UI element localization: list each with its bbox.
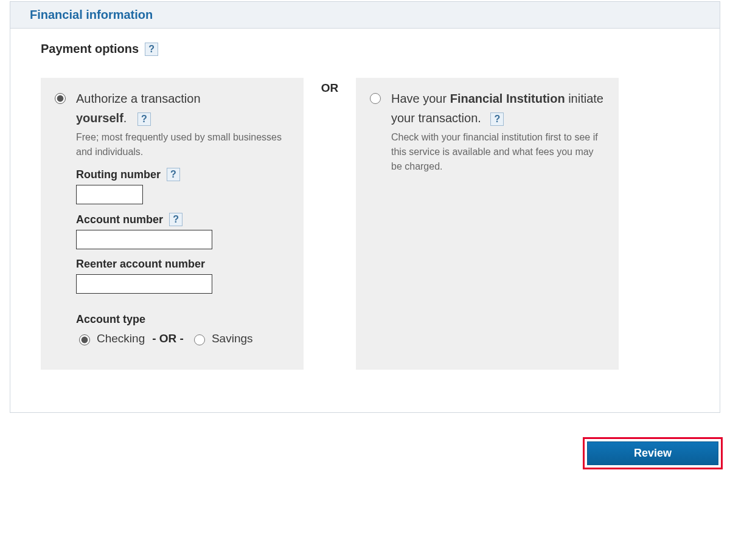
account-number-label: Account number ? bbox=[76, 213, 291, 226]
option-fi-title-bold: Financial Institution bbox=[450, 92, 565, 105]
account-type-label-text: Account type bbox=[76, 313, 145, 326]
account-number-label-text: Account number bbox=[76, 213, 163, 226]
option-authorize-yourself: Authorize a transaction yourself. ? Free… bbox=[41, 78, 304, 370]
option-authorize-title-bold: yourself bbox=[76, 111, 123, 125]
panel-title: Financial information bbox=[30, 8, 153, 21]
account-type-row: Checking - OR - Savings bbox=[76, 332, 291, 345]
option-authorize-title: Authorize a transaction yourself. ? bbox=[76, 89, 291, 128]
help-icon[interactable]: ? bbox=[167, 168, 180, 181]
radio-authorize-yourself[interactable] bbox=[55, 93, 66, 104]
option-fi-desc: Check with your financial institution fi… bbox=[391, 130, 607, 174]
panel-body: Payment options ? Authorize a transactio… bbox=[10, 29, 720, 412]
payment-options-label: Payment options bbox=[41, 42, 139, 56]
help-icon[interactable]: ? bbox=[137, 112, 151, 126]
or-inline: - OR - bbox=[152, 332, 184, 345]
footer-row: Review bbox=[0, 413, 730, 474]
routing-number-label: Routing number ? bbox=[76, 168, 291, 181]
option-fi-title: Have your Financial Institution initiate… bbox=[391, 89, 607, 128]
radio-savings[interactable] bbox=[194, 334, 205, 345]
help-icon[interactable]: ? bbox=[145, 43, 158, 56]
review-highlight: Review bbox=[583, 437, 723, 469]
radio-financial-institution[interactable] bbox=[370, 93, 381, 104]
payment-options-heading: Payment options ? bbox=[41, 42, 689, 56]
option-financial-institution: Have your Financial Institution initiate… bbox=[356, 78, 619, 370]
radio-checking[interactable] bbox=[79, 334, 90, 345]
option-authorize-desc: Free; most frequently used by small busi… bbox=[76, 130, 291, 159]
checking-label: Checking bbox=[97, 332, 145, 345]
or-divider: OR bbox=[304, 78, 356, 370]
reenter-account-label-text: Reenter account number bbox=[76, 258, 205, 271]
help-icon[interactable]: ? bbox=[490, 112, 504, 126]
help-icon[interactable]: ? bbox=[169, 213, 182, 226]
option-authorize-title-line1: Authorize a transaction bbox=[76, 92, 201, 105]
payment-options-row: Authorize a transaction yourself. ? Free… bbox=[41, 78, 689, 370]
reenter-account-label: Reenter account number bbox=[76, 258, 291, 271]
account-number-input[interactable] bbox=[76, 230, 212, 249]
review-button[interactable]: Review bbox=[587, 441, 718, 465]
reenter-account-input[interactable] bbox=[76, 274, 212, 294]
panel-header: Financial information bbox=[10, 2, 720, 29]
account-type-label: Account type bbox=[76, 313, 291, 326]
routing-number-label-text: Routing number bbox=[76, 168, 161, 181]
option-fi-title-a: Have your bbox=[391, 92, 450, 105]
savings-label: Savings bbox=[212, 332, 253, 345]
routing-number-input[interactable] bbox=[76, 185, 143, 204]
financial-info-panel: Financial information Payment options ? … bbox=[10, 1, 720, 413]
